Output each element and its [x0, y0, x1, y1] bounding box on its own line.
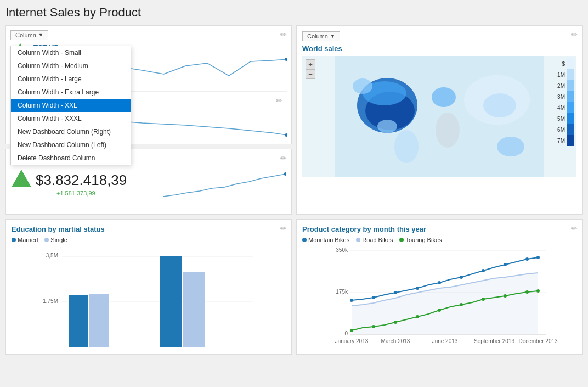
svg-point-42	[460, 303, 463, 306]
svg-point-14	[284, 172, 286, 176]
edu-legend-single-dot	[44, 238, 49, 242]
svg-point-43	[482, 298, 485, 301]
product-legend-touring-label: Touring Bikes	[405, 237, 442, 243]
zoom-plus-btn[interactable]: +	[306, 59, 315, 69]
svg-point-38	[372, 325, 375, 328]
month-edit-icon[interactable]: ✏	[276, 96, 282, 105]
edu-bar-single-2	[183, 272, 205, 347]
page-title: Internet Sales by Product	[5, 5, 583, 20]
world-map-container: + − $ 1M 2M 3M	[302, 56, 576, 177]
svg-point-8	[432, 87, 456, 107]
svg-text:March 2013: March 2013	[381, 338, 410, 344]
bikes-sparkline	[163, 172, 286, 199]
scale-label-6m: 6M	[557, 127, 565, 133]
svg-text:3,5M: 3,5M	[46, 253, 58, 259]
column-button-arrow: ▼	[38, 32, 43, 38]
world-sales-card: Column ▼ ✏ World sales	[296, 25, 583, 215]
product-legend-mountain-label: Mountain Bikes	[308, 237, 349, 243]
svg-point-9	[436, 113, 460, 148]
scale-bar-1m	[567, 69, 574, 80]
left-top-card: Column ▼ Column Width - Small Column Wid…	[5, 25, 292, 144]
edu-bar-married-2	[160, 256, 182, 347]
bikes-amount: $3.832.418,39	[36, 172, 159, 189]
svg-text:0: 0	[344, 330, 348, 336]
svg-text:September 2013: September 2013	[474, 338, 514, 344]
education-card: Education by martial status ✏ Married Si…	[5, 219, 292, 355]
svg-point-6	[377, 120, 397, 133]
svg-text:December 2013: December 2013	[518, 338, 558, 344]
svg-point-0	[285, 58, 287, 61]
edu-legend-married-dot	[12, 238, 16, 242]
product-legend: Mountain Bikes Road Bikes Touring Bikes	[302, 237, 576, 243]
world-edit-icon[interactable]: ✏	[571, 30, 578, 39]
svg-point-13	[353, 78, 372, 94]
svg-marker-26	[352, 273, 538, 334]
scale-label-4m: 4M	[557, 105, 565, 111]
edu-legend-married-label: Married	[18, 237, 38, 243]
edu-bar-married-1	[69, 295, 88, 347]
scale-bar-2m	[567, 80, 574, 91]
scale-bar-4m	[567, 102, 574, 113]
menu-item-col-xxl[interactable]: Column Width - XXL	[11, 99, 131, 112]
svg-point-7	[394, 130, 419, 163]
svg-point-30	[416, 287, 419, 290]
svg-point-31	[438, 281, 441, 284]
svg-point-35	[525, 257, 529, 261]
svg-point-36	[536, 256, 540, 259]
menu-item-col-medium[interactable]: Column Width - Medium	[11, 59, 131, 72]
edu-legend: Married Single	[12, 237, 286, 243]
scale-bar-5m	[567, 113, 574, 124]
svg-point-33	[482, 269, 485, 272]
svg-point-39	[394, 321, 397, 324]
edu-bar-chart: 3,5M 1,75M	[12, 245, 286, 347]
scale-bar-s	[567, 58, 574, 69]
tst-kp-edit-icon[interactable]: ✏	[280, 30, 287, 39]
edu-title: Education by martial status	[12, 225, 105, 233]
color-scale: $ 1M 2M 3M 4M	[557, 58, 574, 146]
edu-edit-icon[interactable]: ✏	[280, 224, 287, 233]
column-button-left[interactable]: Column ▼	[10, 30, 48, 40]
product-edit-icon[interactable]: ✏	[571, 224, 578, 233]
scale-label-s: $	[562, 61, 565, 67]
edu-bar-single-1	[89, 294, 109, 347]
scale-bar-3m	[567, 91, 574, 102]
svg-text:June 2013: June 2013	[432, 338, 458, 344]
menu-item-col-large[interactable]: Column Width - Large	[11, 72, 131, 86]
bikes-change: +1.581.373,99	[56, 190, 159, 197]
svg-point-37	[350, 329, 353, 332]
svg-point-40	[416, 315, 419, 318]
scale-label-5m: 5M	[557, 116, 565, 122]
scale-bar-6m	[567, 124, 574, 135]
column-button-right-arrow: ▼	[330, 33, 335, 39]
svg-text:350k: 350k	[336, 247, 348, 253]
scale-label-3m: 3M	[557, 94, 565, 100]
menu-item-col-small[interactable]: Column Width - Small	[11, 46, 131, 59]
menu-item-new-col-right[interactable]: New Dashboard Column (Right)	[11, 125, 131, 138]
svg-point-41	[438, 309, 441, 312]
bikes-edit-icon[interactable]: ✏	[280, 154, 287, 162]
column-button-right-label: Column	[307, 33, 328, 40]
zoom-controls: + −	[306, 59, 315, 79]
menu-item-col-xxxl[interactable]: Column Width - XXXL	[11, 112, 131, 125]
svg-point-29	[394, 291, 397, 294]
product-legend-mountain-dot	[302, 238, 307, 242]
product-title: Product category by month this year	[302, 225, 426, 233]
product-category-card: Product category by month this year ✏ Mo…	[296, 219, 583, 355]
product-legend-touring-dot	[399, 238, 404, 242]
zoom-minus-btn[interactable]: −	[306, 69, 315, 79]
svg-point-45	[525, 290, 529, 294]
product-line-chart: 350k 175k 0	[302, 245, 576, 347]
world-title: World sales	[302, 44, 576, 53]
scale-label-2m: 2M	[557, 83, 565, 89]
column-button-right[interactable]: Column ▼	[302, 31, 340, 41]
svg-point-28	[372, 296, 375, 299]
product-legend-road-dot	[356, 238, 360, 242]
column-button-label: Column	[15, 32, 36, 38]
menu-item-new-col-left[interactable]: New Dashboard Column (Left)	[11, 138, 131, 152]
svg-text:January 2013: January 2013	[335, 338, 369, 344]
menu-item-delete-col[interactable]: Delete Dashboard Column	[11, 152, 131, 165]
svg-point-1	[285, 133, 287, 137]
dashboard-grid: Column ▼ Column Width - Small Column Wid…	[5, 25, 583, 355]
world-map-svg	[302, 56, 576, 177]
menu-item-col-extra-large[interactable]: Column Width - Extra Large	[11, 86, 131, 99]
